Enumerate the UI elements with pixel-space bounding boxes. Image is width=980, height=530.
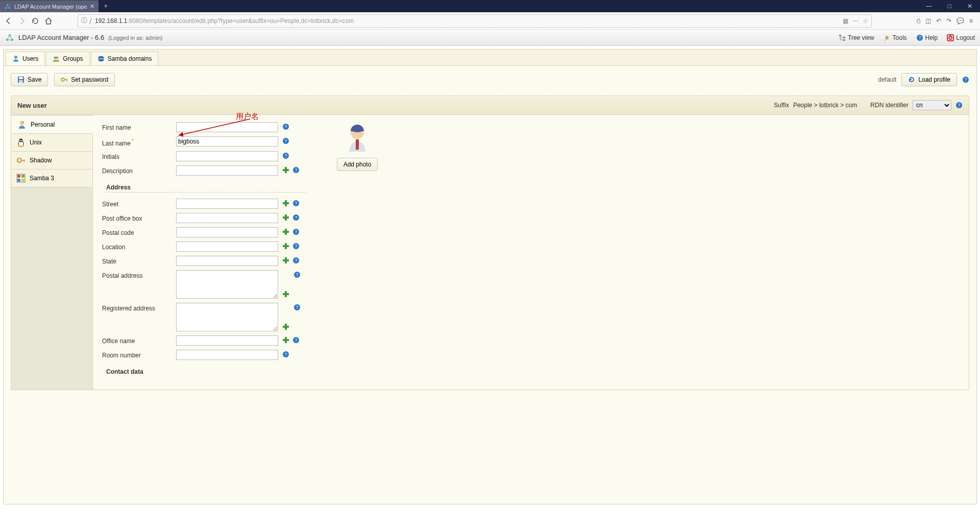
postal-code-input[interactable]: [176, 227, 278, 237]
rdn-select[interactable]: cn: [913, 100, 951, 110]
add-icon[interactable]: [282, 323, 289, 330]
help-icon[interactable]: ?: [293, 304, 301, 311]
tab-close-icon[interactable]: ✕: [90, 3, 94, 10]
description-input[interactable]: [176, 165, 278, 176]
logout-label: Logout: [956, 34, 975, 41]
add-icon[interactable]: [282, 257, 289, 264]
row-initials: Initials ?: [102, 151, 306, 161]
svg-rect-37: [23, 160, 24, 162]
po-box-input[interactable]: [176, 213, 278, 223]
help-label: Help: [925, 34, 938, 41]
sidebar-icon[interactable]: ◫: [925, 17, 931, 25]
last-name-input[interactable]: [176, 136, 278, 147]
help-link[interactable]: ? Help: [916, 34, 938, 41]
help-icon[interactable]: ?: [292, 336, 300, 344]
chat-icon[interactable]: 💬: [957, 17, 964, 25]
window-maximize-icon[interactable]: □: [939, 0, 960, 12]
state-input[interactable]: [176, 256, 278, 266]
help-icon[interactable]: ?: [282, 152, 289, 159]
add-icon[interactable]: [282, 200, 289, 207]
street-input[interactable]: [176, 199, 278, 209]
row-room-number: Room number ?: [102, 350, 306, 360]
app-title: LDAP Account Manager - 6.6: [18, 34, 104, 41]
app-header: LDAP Account Manager - 6.6 (Logged in as…: [0, 30, 980, 46]
help-icon[interactable]: ?: [282, 137, 289, 144]
help-icon[interactable]: ?: [292, 228, 300, 235]
bookmark-icon[interactable]: ☆: [863, 17, 868, 25]
window-close-icon[interactable]: ✕: [960, 0, 980, 12]
library-icon[interactable]: ⎙: [917, 17, 920, 25]
load-profile-button[interactable]: Load profile: [901, 73, 957, 86]
tree-view-link[interactable]: Tree view: [839, 34, 874, 41]
save-button[interactable]: Save: [11, 73, 48, 86]
help-icon[interactable]: ?: [292, 166, 300, 174]
svg-rect-23: [66, 79, 67, 81]
room-number-input[interactable]: [176, 350, 278, 360]
add-icon[interactable]: [282, 228, 289, 235]
browser-toolbar: ⓘ ⧸ 192.168.1.1:8080/templates/account/e…: [0, 12, 980, 30]
side-tab-personal[interactable]: Personal: [11, 116, 93, 134]
tools-link[interactable]: Tools: [884, 34, 907, 41]
svg-rect-55: [283, 202, 289, 204]
reload-icon[interactable]: [31, 16, 40, 26]
help-icon[interactable]: ?: [292, 243, 300, 250]
tab-samba-domains[interactable]: Samba domains: [91, 52, 159, 65]
svg-text:?: ?: [918, 35, 921, 40]
info-icon[interactable]: ⓘ: [81, 16, 87, 25]
window-minimize-icon[interactable]: —: [919, 0, 939, 12]
postal-address-textarea[interactable]: [176, 270, 278, 299]
home-icon[interactable]: [44, 16, 53, 26]
location-input[interactable]: [176, 242, 278, 252]
add-icon[interactable]: [282, 214, 289, 221]
help-icon[interactable]: ?: [292, 257, 300, 264]
more-icon[interactable]: ⋯: [852, 17, 859, 25]
svg-point-31: [20, 140, 21, 141]
office-name-input[interactable]: [176, 335, 278, 346]
browser-tab[interactable]: LDAP Account Manager (ope ✕: [0, 0, 99, 12]
panel-header: New user Suffix People > lotbrick > com …: [11, 95, 969, 115]
logout-icon: [947, 34, 954, 41]
add-icon[interactable]: [282, 291, 289, 298]
last-name-label-text: Last name: [102, 140, 131, 147]
qr-icon[interactable]: ▦: [843, 17, 848, 25]
side-tab-samba[interactable]: Samba 3: [11, 170, 92, 187]
windows-icon: [16, 174, 26, 183]
login-info: (Logged in as: admin): [108, 35, 162, 41]
add-photo-button[interactable]: Add photo: [337, 158, 378, 171]
help-icon[interactable]: ?: [293, 271, 301, 278]
group-icon: [53, 55, 60, 62]
add-icon[interactable]: [282, 166, 289, 174]
registered-address-textarea[interactable]: [176, 303, 278, 331]
first-name-input[interactable]: [176, 122, 278, 132]
help-icon[interactable]: ?: [292, 200, 300, 207]
help-icon[interactable]: ?: [292, 214, 300, 221]
side-tab-unix-label: Unix: [30, 139, 42, 146]
insecure-icon: ⧸: [89, 17, 92, 25]
tab-groups[interactable]: Groups: [46, 52, 89, 65]
svg-rect-19: [19, 77, 23, 79]
add-icon[interactable]: [282, 243, 289, 250]
side-tab-shadow[interactable]: Shadow: [11, 152, 92, 170]
avatar-placeholder-icon: [346, 124, 369, 153]
menu-icon[interactable]: ≡: [969, 17, 973, 25]
row-first-name: First name ?: [102, 122, 306, 132]
help-icon[interactable]: ?: [962, 76, 969, 83]
url-bar[interactable]: ⓘ ⧸ 192.168.1.1:8080/templates/account/e…: [78, 14, 872, 28]
set-password-button[interactable]: Set password: [54, 73, 115, 86]
add-icon[interactable]: [282, 336, 289, 344]
set-password-label: Set password: [71, 76, 108, 83]
initials-label: Initials: [102, 151, 176, 160]
forward-icon[interactable]: [17, 16, 27, 26]
back-icon[interactable]: [4, 16, 13, 26]
undo-icon[interactable]: ↶: [936, 17, 941, 25]
svg-text:?: ?: [958, 103, 960, 108]
help-icon[interactable]: ?: [282, 123, 289, 130]
side-tab-unix[interactable]: Unix: [11, 134, 92, 152]
logout-link[interactable]: Logout: [947, 34, 975, 41]
redo-icon[interactable]: ↷: [946, 17, 951, 25]
help-icon[interactable]: ?: [282, 351, 289, 358]
tab-users[interactable]: Users: [6, 52, 45, 65]
initials-input[interactable]: [176, 151, 278, 161]
new-tab-button[interactable]: +: [99, 0, 113, 12]
help-icon[interactable]: ?: [955, 102, 963, 109]
